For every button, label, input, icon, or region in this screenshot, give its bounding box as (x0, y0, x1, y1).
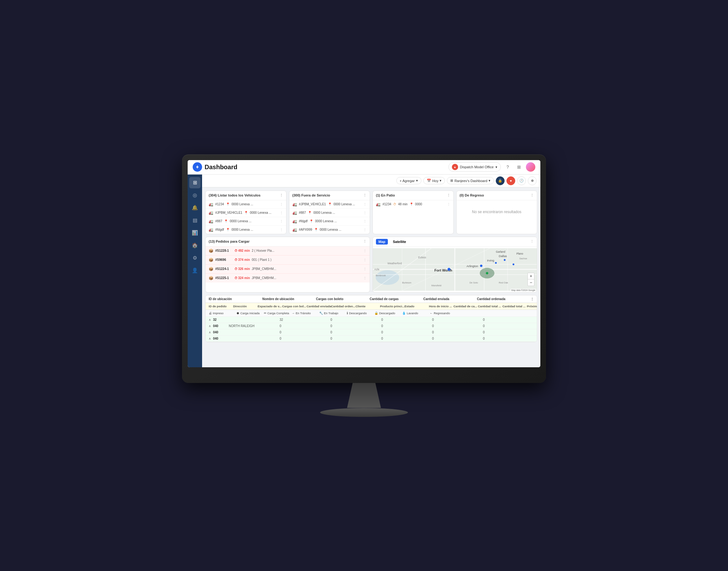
item-menu[interactable]: ⋮ (363, 219, 367, 223)
status-impreso-label: Impreso (213, 311, 224, 315)
row-v2: 0 (330, 337, 381, 340)
item-menu[interactable]: ⋮ (363, 211, 367, 214)
map-tab-satellite[interactable]: Satellite (390, 239, 409, 244)
lock-button[interactable]: 🔒 (496, 177, 504, 185)
descargado-icon: 🔒 (374, 311, 378, 315)
vehicle-location: 0000 Lenexa ... (250, 211, 271, 214)
add-button[interactable]: + Agregar ▾ (396, 177, 421, 184)
col-header-id: ID de ubicación (209, 297, 256, 301)
row-id: 040 (213, 331, 229, 334)
order-menu[interactable]: ⋮ (363, 276, 367, 280)
sidebar-item-reports[interactable]: 📊 (189, 227, 200, 239)
order-item[interactable]: 📦 #S1225-1 ⏱324 min JPBM_CMBHM... ⋮ (205, 274, 370, 282)
status-etrab-label: En Trabajo (324, 311, 338, 315)
status-ci-label: Carga Iniciada (240, 311, 260, 315)
order-menu[interactable]: ⋮ (363, 267, 367, 270)
vehicle-location: 0000 Lenexa ... (232, 228, 253, 231)
col-header-cantidad-enviada: Cantidad enviada (423, 297, 471, 301)
status-en-trabajo: 🔧 En Trabajo (319, 311, 344, 315)
row-v5: 0 (483, 331, 534, 334)
office-label: Dispatch Model Office (460, 165, 493, 169)
zoom-in-button[interactable]: + (528, 273, 534, 279)
map-tab-map[interactable]: Map (376, 239, 388, 244)
monitor-stand-base (320, 408, 408, 417)
order-menu[interactable]: ⋮ (363, 249, 367, 252)
item-menu[interactable]: ⋮ (280, 211, 283, 214)
help-button[interactable]: ? (503, 162, 512, 172)
sidebar-item-user[interactable]: 👤 (189, 265, 200, 276)
header-left: Dashboard (193, 162, 237, 172)
table-menu[interactable]: ⋮ (531, 297, 534, 301)
item-menu[interactable]: ⋮ (280, 228, 283, 231)
all-vehicles-menu[interactable]: ⋮ (280, 193, 283, 198)
item-menu[interactable]: ⋮ (363, 203, 367, 206)
history-button[interactable]: 🕐 (517, 177, 526, 185)
row-v1: 0 (280, 324, 330, 328)
svg-text:Mansfield: Mansfield (431, 284, 441, 287)
table-row: ∧ 040 0 0 0 0 0 (205, 336, 537, 342)
settings-button[interactable]: ⊕ (528, 177, 537, 185)
expand-icon[interactable]: ∧ (209, 324, 213, 328)
map-more-icon[interactable]: ⋮ (530, 239, 534, 244)
orders-title: (13) Pedidos para Cargar (209, 239, 250, 243)
order-item[interactable]: 📦 #S9696 ⏱374 min 001 ( Plant 1 ) ⋮ (205, 255, 370, 265)
item-menu[interactable]: ⋮ (363, 228, 367, 231)
sidebar-item-dashboard[interactable]: ⊞ (189, 177, 200, 188)
sidebar-item-home[interactable]: 🏠 (189, 240, 200, 251)
sidebar-item-settings[interactable]: ⚙ (189, 252, 200, 264)
yard-menu[interactable]: ⋮ (447, 193, 450, 198)
dashboard-select-button[interactable]: ⊞ Ranjeev's Dashboard ▾ (447, 177, 494, 184)
map-view: Fort Worth Arlington Irving Dallas Garla… (373, 247, 537, 292)
today-button[interactable]: 📅 Hoy ▾ (423, 177, 445, 184)
heart-button[interactable]: ♥ (506, 177, 515, 185)
list-item[interactable]: 🚛 #887 📍 0000 Lenexa ... ⋮ (205, 217, 286, 226)
orders-menu[interactable]: ⋮ (363, 239, 367, 244)
returning-menu[interactable]: ⋮ (530, 193, 534, 198)
list-item[interactable]: 🚛 #JPBM_VEHICLE1 📍 0000 Lenexa ... ⋮ (289, 200, 370, 209)
item-menu[interactable]: ⋮ (447, 203, 450, 206)
item-menu[interactable]: ⋮ (280, 219, 283, 223)
oos-menu[interactable]: ⋮ (363, 193, 367, 198)
list-item[interactable]: 🚛 #fdgdf 📍 0000 Lenexa ... ⋮ (289, 217, 370, 226)
svg-text:Plano: Plano (517, 252, 524, 255)
order-item[interactable]: 📦 #S1228-1 ⏱492 min 2 ( Hoover Pla... ⋮ (205, 246, 370, 255)
list-item[interactable]: 🚛 #APX999 📍 0000 Lenexa ... ⋮ (289, 226, 370, 234)
zoom-out-button[interactable]: − (528, 279, 534, 286)
location-icon: 📍 (309, 219, 313, 223)
add-label: + Agregar (400, 179, 415, 183)
subcol-producto: Producto princi... (380, 305, 402, 308)
print-icon: 🖨 (209, 311, 212, 315)
order-item[interactable]: 📦 #S1224-1 ⏱326 min JPBM_CMBHM... ⋮ (205, 265, 370, 274)
sidebar-item-map[interactable]: ◎ (189, 190, 200, 201)
timer-icon: ⏱ (235, 258, 238, 261)
office-badge[interactable]: ▲ Dispatch Model Office ▾ (448, 162, 501, 172)
map-card: Map Satellite ⋮ (373, 237, 537, 293)
vehicle-icon: 🚛 (376, 202, 381, 207)
sidebar-item-notifications[interactable]: 🔔 (189, 202, 200, 214)
order-desc: JPBM_CMBHM... (252, 276, 361, 280)
expand-icon[interactable]: ∧ (209, 331, 213, 334)
list-item[interactable]: 🚛 #JPBM_VEHICLE1 📍 0000 Lenexa ... ⋮ (205, 209, 286, 217)
subcol-proxima-hora: Próxima hora d... (527, 305, 537, 308)
expand-icon[interactable]: ∧ (209, 318, 213, 322)
status-desc-label: Descargando (349, 311, 367, 315)
order-id: #S9696 (215, 258, 233, 261)
grid-button[interactable]: ⊞ (515, 162, 524, 172)
sidebar-item-list[interactable]: ▤ (189, 215, 200, 226)
order-time: ⏱374 min (235, 258, 250, 261)
item-menu[interactable]: ⋮ (280, 203, 283, 206)
list-item[interactable]: 🚛 #1234 📍 0000 Lenexa ... ⋮ (205, 200, 286, 209)
vehicle-id: #fdgdf (299, 219, 308, 223)
vehicle-id: #JPBM_VEHICLE1 (215, 211, 242, 214)
user-avatar[interactable] (526, 162, 535, 172)
order-menu[interactable]: ⋮ (363, 258, 367, 261)
expand-icon[interactable]: ∧ (209, 337, 213, 340)
monitor-screen: Dashboard ▲ Dispatch Model Office ▾ ? ⊞ (188, 160, 540, 367)
svg-text:Irving: Irving (487, 259, 494, 262)
list-item[interactable]: 🚛 #1234 ⏱ 48 min 📍 0000 ⋮ (373, 200, 453, 208)
list-item[interactable]: 🚛 #887 📍 0000 Lenexa ... ⋮ (289, 209, 370, 217)
location-icon: 📍 (244, 211, 248, 214)
row-v3: 0 (381, 331, 432, 334)
vehicle-icon: 🚛 (292, 219, 297, 224)
list-item[interactable]: 🚛 #fdgdf 📍 0000 Lenexa ... ⋮ (205, 226, 286, 234)
